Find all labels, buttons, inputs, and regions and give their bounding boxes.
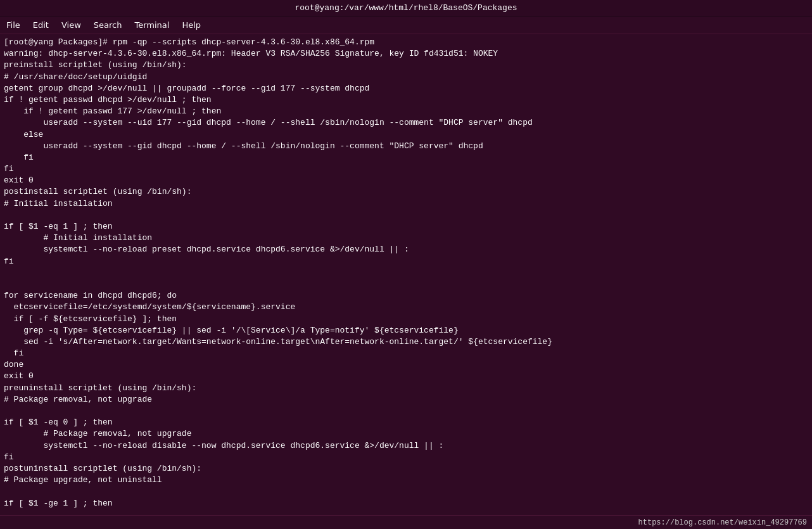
menu-file[interactable]: File: [1, 19, 25, 31]
menu-help[interactable]: Help: [177, 19, 206, 31]
title-bar: root@yang:/var/www/html/rhel8/BaseOS/Pac…: [0, 0, 812, 16]
terminal-body[interactable]: [root@yang Packages]# rpm -qp --scripts …: [0, 34, 812, 515]
terminal-output: [root@yang Packages]# rpm -qp --scripts …: [4, 37, 808, 509]
menu-bar: File Edit View Search Terminal Help: [0, 16, 812, 34]
status-bar: https://blog.csdn.net/weixin_49297769: [0, 515, 812, 529]
menu-search[interactable]: Search: [89, 19, 127, 31]
menu-view[interactable]: View: [56, 19, 86, 31]
status-url: https://blog.csdn.net/weixin_49297769: [638, 518, 807, 527]
menu-edit[interactable]: Edit: [28, 19, 54, 31]
menu-terminal[interactable]: Terminal: [129, 19, 174, 31]
title-text: root@yang:/var/www/html/rhel8/BaseOS/Pac…: [295, 3, 517, 13]
